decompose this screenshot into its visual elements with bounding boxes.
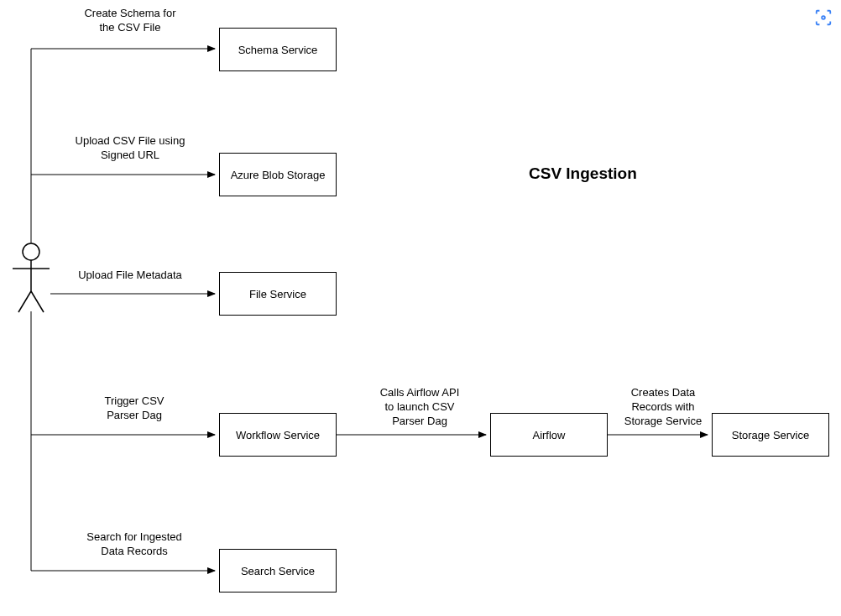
storage-service-box: Storage Service	[712, 413, 829, 457]
box-label: Airflow	[532, 429, 565, 441]
diagram-svg	[0, 0, 841, 616]
svg-point-2	[23, 243, 39, 260]
box-label: File Service	[249, 288, 306, 300]
trigger-dag-label: Trigger CSV Parser Dag	[88, 394, 180, 423]
upload-csv-label: Upload CSV File using Signed URL	[63, 134, 197, 163]
scan-icon[interactable]	[814, 8, 833, 27]
box-label: Schema Service	[238, 44, 318, 56]
airflow-box: Airflow	[490, 413, 608, 457]
actor-icon	[13, 243, 50, 312]
file-service-box: File Service	[219, 272, 337, 316]
box-label: Search Service	[241, 565, 315, 577]
create-schema-label: Create Schema for the CSV File	[67, 7, 193, 35]
creates-data-label: Creates Data Records with Storage Servic…	[617, 386, 709, 429]
box-label: Azure Blob Storage	[231, 169, 326, 181]
schema-service-box: Schema Service	[219, 28, 337, 71]
svg-point-0	[822, 16, 825, 19]
box-label: Workflow Service	[236, 429, 320, 441]
calls-airflow-label: Calls Airflow API to launch CSV Parser D…	[369, 386, 470, 429]
search-service-box: Search Service	[219, 549, 337, 593]
upload-metadata-label: Upload File Metadata	[67, 269, 193, 283]
workflow-service-box: Workflow Service	[219, 413, 337, 457]
diagram-title: CSV Ingestion	[529, 164, 637, 183]
azure-blob-box: Azure Blob Storage	[219, 153, 337, 196]
svg-line-5	[18, 291, 31, 312]
search-records-label: Search for Ingested Data Records	[67, 530, 201, 559]
box-label: Storage Service	[732, 429, 810, 441]
svg-line-6	[31, 291, 44, 312]
